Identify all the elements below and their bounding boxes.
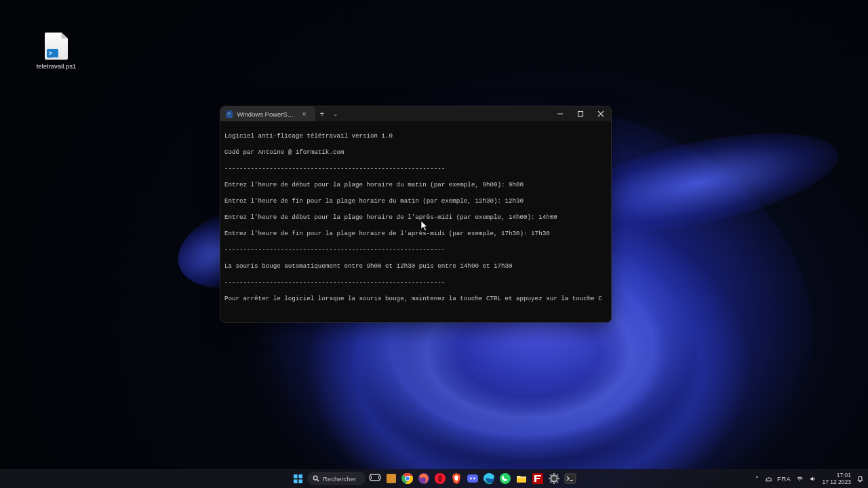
tab-label: Windows PowerShell xyxy=(237,110,294,118)
svg-line-9 xyxy=(317,480,319,482)
tab-dropdown-button[interactable]: ⌄ xyxy=(329,106,342,121)
svg-rect-1 xyxy=(578,112,583,117)
taskbar-app-chrome[interactable] xyxy=(401,472,414,485)
onedrive-icon[interactable] xyxy=(764,475,772,483)
svg-point-38 xyxy=(800,480,801,481)
firefox-icon xyxy=(418,472,430,485)
filezilla-icon xyxy=(532,472,544,485)
opera-icon xyxy=(434,472,446,485)
system-tray: ˄ FRA 17:01 17 12 2023 xyxy=(755,469,864,488)
task-view-icon xyxy=(369,472,381,485)
terminal-line: Logiciel anti-flicage télétravail versio… xyxy=(224,132,607,140)
windows-logo-icon xyxy=(293,474,303,484)
notifications-icon[interactable] xyxy=(856,475,864,483)
svg-point-24 xyxy=(500,473,511,484)
svg-rect-12 xyxy=(379,476,381,479)
fences-icon xyxy=(385,472,397,485)
tab-close-button[interactable]: × xyxy=(300,110,309,118)
svg-rect-10 xyxy=(370,474,380,481)
taskbar-search[interactable]: Rechercher xyxy=(307,472,366,485)
desktop-icon-script[interactable]: >_ teletravail.ps1 xyxy=(33,33,80,70)
mouse-cursor-icon xyxy=(420,220,429,234)
taskbar-app-discord[interactable] xyxy=(466,472,479,485)
window-close-button[interactable] xyxy=(591,106,611,121)
svg-rect-4 xyxy=(293,474,297,478)
taskbar-app-terminal[interactable] xyxy=(564,472,577,485)
start-button[interactable] xyxy=(291,472,304,485)
terminal-line: Entrez l'heure de fin pour la plage hora… xyxy=(224,230,607,238)
window-titlebar[interactable]: Windows PowerShell × + ⌄ xyxy=(220,106,611,121)
svg-rect-5 xyxy=(298,474,302,478)
powershell-icon xyxy=(226,110,233,118)
terminal-line: ----------------------------------------… xyxy=(224,165,607,173)
svg-point-22 xyxy=(473,478,475,480)
taskbar-app-settings[interactable] xyxy=(547,472,561,485)
taskbar-app-explorer[interactable] xyxy=(515,472,528,485)
window-maximize-button[interactable] xyxy=(570,106,591,121)
gear-icon xyxy=(548,472,560,485)
wifi-icon[interactable] xyxy=(796,475,804,483)
ps1-file-icon: >_ xyxy=(45,33,68,60)
svg-rect-20 xyxy=(467,474,478,483)
taskbar[interactable]: Rechercher xyxy=(0,469,868,488)
svg-rect-13 xyxy=(387,474,396,483)
terminal-tab-powershell[interactable]: Windows PowerShell × xyxy=(220,106,315,121)
search-placeholder: Rechercher xyxy=(323,475,356,483)
window-minimize-button[interactable] xyxy=(550,106,570,121)
tray-clock[interactable]: 17:01 17 12 2023 xyxy=(822,472,851,485)
svg-rect-6 xyxy=(293,479,297,483)
taskbar-app-firefox[interactable] xyxy=(417,472,431,485)
svg-point-19 xyxy=(438,474,443,483)
terminal-line: Entrez l'heure de fin pour la plage hora… xyxy=(224,197,607,205)
terminal-icon xyxy=(564,472,576,485)
svg-rect-36 xyxy=(565,474,576,483)
volume-icon[interactable] xyxy=(809,475,816,483)
chrome-icon xyxy=(401,472,414,485)
edge-icon xyxy=(483,472,495,485)
whatsapp-icon xyxy=(499,472,511,485)
search-icon xyxy=(313,475,319,482)
tray-chevron-up-icon[interactable]: ˄ xyxy=(755,475,759,483)
terminal-line: ----------------------------------------… xyxy=(224,279,607,287)
terminal-output[interactable]: Logiciel anti-flicage télétravail versio… xyxy=(220,121,611,322)
taskbar-app-fences[interactable] xyxy=(384,472,398,485)
tray-date: 17 12 2023 xyxy=(822,479,851,485)
new-tab-button[interactable]: + xyxy=(315,106,329,121)
terminal-line: Entrez l'heure de début pour la plage ho… xyxy=(224,214,607,222)
terminal-line: Codé par Antoine @ 1formatik.com xyxy=(224,148,607,157)
taskbar-app-opera[interactable] xyxy=(433,472,447,485)
discord-icon xyxy=(467,472,479,485)
file-explorer-icon xyxy=(515,472,528,485)
terminal-window[interactable]: Windows PowerShell × + ⌄ Logiciel anti-f… xyxy=(220,106,612,323)
terminal-line: Entrez l'heure de début pour la plage ho… xyxy=(224,181,607,189)
task-view-button[interactable] xyxy=(368,472,382,485)
desktop-icon-label: teletravail.ps1 xyxy=(33,62,80,70)
terminal-line: La souris bouge automatiquement entre 9h… xyxy=(224,262,607,270)
taskbar-app-filezilla[interactable] xyxy=(531,472,545,485)
taskbar-app-brave[interactable] xyxy=(450,472,463,485)
svg-rect-11 xyxy=(370,476,372,479)
svg-rect-7 xyxy=(298,479,302,483)
taskbar-app-whatsapp[interactable] xyxy=(498,472,512,485)
tray-language[interactable]: FRA xyxy=(777,475,791,483)
taskbar-center: Rechercher xyxy=(291,469,577,488)
brave-icon xyxy=(450,472,462,485)
svg-point-8 xyxy=(313,476,317,480)
tray-time: 17:01 xyxy=(822,472,851,479)
terminal-line: ----------------------------------------… xyxy=(224,246,607,254)
terminal-line: Pour arrêter le logiciel lorsque la sour… xyxy=(224,295,607,303)
taskbar-app-edge[interactable] xyxy=(482,472,496,485)
svg-point-21 xyxy=(470,478,472,480)
